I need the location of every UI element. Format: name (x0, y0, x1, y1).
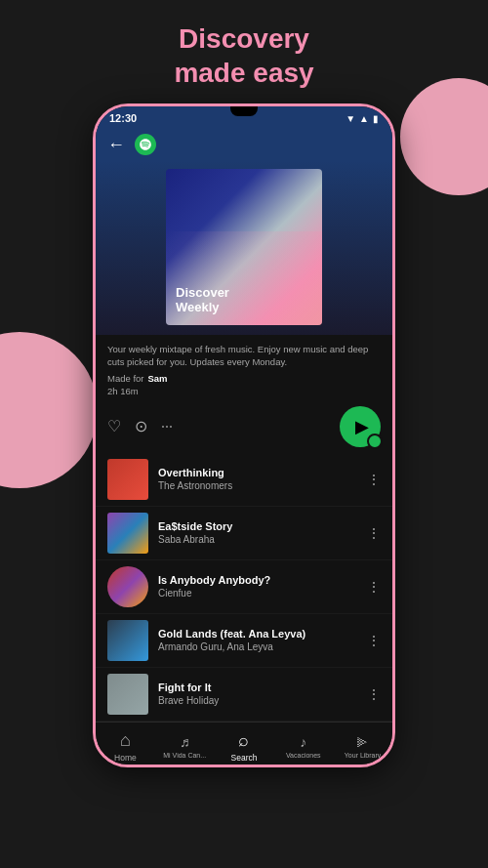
nav-library-label: Your Library (345, 752, 382, 759)
album-title-overlay: Discover Weekly (176, 285, 229, 315)
track-thumb (107, 674, 148, 715)
track-title: Overthinking (158, 467, 357, 478)
track-title: Is Anybody Anybody? (158, 574, 357, 586)
track-item[interactable]: Fight for ItBrave Holiday⋮ (96, 668, 392, 722)
track-info: Is Anybody Anybody?Cienfue (158, 574, 357, 599)
battery-icon: ▮ (373, 113, 379, 124)
track-artist: Armando Guru, Ana Leyva (158, 641, 357, 652)
track-artist: Brave Holiday (158, 695, 357, 706)
back-button[interactable]: ← (107, 135, 125, 155)
track-artist: The Astronomers (158, 480, 357, 491)
nav-playlist1[interactable]: ♬ Mi Vida Can... (155, 734, 215, 759)
track-thumb (107, 459, 148, 500)
home-icon: ⌂ (120, 730, 131, 751)
nav-playlist1-label: Mi Vida Can... (163, 752, 206, 759)
description-section: Your weekly mixtape of fresh music. Enjo… (96, 335, 392, 400)
track-thumb (107, 620, 148, 661)
status-bar: 12:30 ▼ ▲ ▮ (96, 106, 392, 128)
playlist2-icon: ♪ (300, 734, 306, 750)
track-item[interactable]: Ea$tside StorySaba Abraha⋮ (96, 507, 392, 560)
signal-icon: ▲ (359, 113, 369, 124)
description-text: Your weekly mixtape of fresh music. Enjo… (107, 343, 381, 369)
status-icons: ▼ ▲ ▮ (346, 113, 379, 124)
left-controls: ♡ ⊙ ⋯ (107, 417, 173, 435)
bg-circle-left (0, 332, 98, 488)
track-more-button[interactable]: ⋮ (367, 472, 381, 487)
track-more-button[interactable]: ⋮ (367, 579, 381, 595)
nav-search[interactable]: ⌕ Search (215, 730, 274, 763)
track-more-button[interactable]: ⋮ (367, 633, 381, 648)
nav-playlist2[interactable]: ♪ Vacaciones (273, 734, 333, 759)
status-time: 12:30 (109, 112, 137, 124)
page-title: Discovery made easy (174, 21, 313, 90)
track-info: OverthinkingThe Astronomers (158, 467, 357, 491)
like-button[interactable]: ♡ (107, 417, 121, 435)
track-info: Fight for ItBrave Holiday (158, 682, 357, 706)
play-icon: ▶ (355, 416, 369, 437)
playlist1-icon: ♬ (180, 734, 190, 750)
track-title: Fight for It (158, 682, 357, 693)
duration-text: 2h 16m (107, 386, 381, 396)
track-title: Ea$tside Story (158, 520, 357, 532)
wifi-icon: ▼ (346, 113, 355, 124)
track-info: Ea$tside StorySaba Abraha (158, 520, 357, 545)
bottom-nav: ⌂ Home ♬ Mi Vida Can... ⌕ Search ♪ Vacac… (96, 722, 392, 767)
nav-playlist2-label: Vacaciones (286, 752, 321, 759)
nav-library[interactable]: ⫸ Your Library (333, 734, 392, 759)
track-item[interactable]: Gold Lands (feat. Ana Leyva)Armando Guru… (96, 614, 392, 668)
track-artist: Cienfue (158, 588, 357, 599)
play-button[interactable]: ▶ (340, 406, 381, 447)
made-for-label: Made for (107, 373, 144, 384)
library-icon: ⫸ (355, 734, 370, 750)
track-info: Gold Lands (feat. Ana Leyva)Armando Guru… (158, 628, 357, 652)
track-title: Gold Lands (feat. Ana Leyva) (158, 628, 357, 640)
track-item[interactable]: Is Anybody Anybody?Cienfue⋮ (96, 560, 392, 614)
bg-circle-right (400, 78, 488, 195)
top-nav: ← (96, 128, 392, 161)
more-options-button[interactable]: ⋯ (161, 420, 173, 434)
track-more-button[interactable]: ⋮ (367, 686, 381, 702)
track-thumb (107, 566, 148, 607)
notch (230, 106, 258, 116)
track-thumb (107, 513, 148, 554)
phone-frame: 12:30 ▼ ▲ ▮ ← Discover Weekly (93, 103, 395, 767)
track-list: OverthinkingThe Astronomers⋮Ea$tside Sto… (96, 453, 392, 722)
nav-search-label: Search (231, 753, 258, 763)
controls-row: ♡ ⊙ ⋯ ▶ (96, 400, 392, 453)
track-item[interactable]: OverthinkingThe Astronomers⋮ (96, 453, 392, 507)
download-button[interactable]: ⊙ (135, 417, 147, 435)
spotify-logo (135, 134, 156, 155)
nav-home-label: Home (114, 753, 137, 763)
album-section: Discover Weekly (96, 161, 392, 335)
track-more-button[interactable]: ⋮ (367, 525, 381, 541)
nav-home[interactable]: ⌂ Home (96, 730, 155, 763)
album-art: Discover Weekly (166, 169, 322, 325)
made-for-name: Sam (148, 373, 168, 384)
search-icon: ⌕ (238, 730, 249, 751)
track-artist: Saba Abraha (158, 534, 357, 545)
made-for-row: Made for Sam (107, 373, 381, 384)
